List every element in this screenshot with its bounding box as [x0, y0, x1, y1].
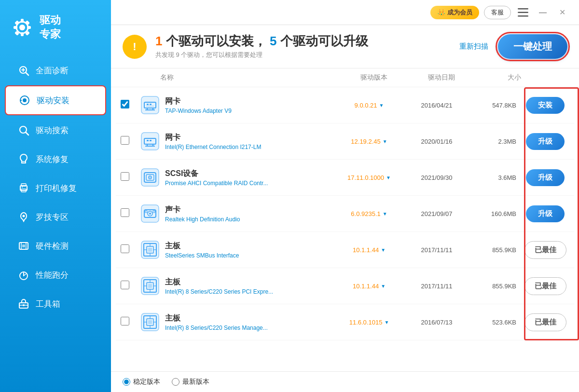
table-body: 网卡 TAP-Windows Adapter V9 9.0.0.21 ▼ 201…: [111, 87, 579, 371]
date-cell: 2021/09/30: [405, 174, 468, 181]
install-button-0[interactable]: 安装: [526, 97, 565, 114]
upgrade-button-1[interactable]: 升级: [526, 133, 565, 150]
table-row: 网卡 Intel(R) Ethernet Connection I217-LM …: [116, 123, 574, 160]
upgrade-button-2[interactable]: 升级: [526, 169, 565, 186]
row-checkbox-4[interactable]: [121, 244, 129, 253]
vip-button[interactable]: 👑 成为会员: [430, 6, 479, 19]
svg-rect-46: [147, 104, 149, 105]
device-info: 网卡 Intel(R) Ethernet Connection I217-LM: [165, 133, 333, 150]
device-icon-mb3: [140, 312, 160, 332]
best-button-5[interactable]: 已最佳: [524, 277, 566, 295]
sidebar: 驱动 专家 全面诊断: [0, 0, 111, 392]
stable-version-label[interactable]: 稳定版本: [123, 378, 160, 386]
row-checkbox-6[interactable]: [121, 317, 129, 325]
bottom-bar: 稳定版本 最新版本: [111, 371, 579, 392]
sidebar-item-label: 罗技专区: [36, 212, 69, 223]
row-checkbox-3[interactable]: [121, 208, 129, 217]
sidebar-item-logitech[interactable]: 罗技专区: [5, 203, 106, 231]
device-icon-scsi: [140, 167, 160, 188]
header-section: ! 1 个驱动可以安装， 5 个驱动可以升级 共发现 9 个驱动，您可以根据需要…: [111, 25, 579, 68]
sidebar-item-label: 驱动搜索: [36, 125, 69, 136]
version-cell: 9.0.0.21 ▼: [333, 102, 405, 109]
minimize-button[interactable]: —: [535, 6, 551, 19]
col-date: 驱动日期: [410, 73, 473, 82]
row-checkbox-2[interactable]: [121, 172, 129, 181]
svg-rect-3: [21, 32, 24, 36]
svg-point-1: [19, 25, 25, 30]
svg-rect-5: [27, 26, 31, 29]
sidebar-item-label: 全面诊断: [36, 65, 69, 76]
svg-point-60: [150, 177, 151, 178]
sidebar-item-printer[interactable]: 打印机修复: [5, 174, 106, 202]
logo: 驱动 专家: [0, 0, 111, 55]
hardware-icon: [16, 239, 31, 253]
table-row: SCSI设备 Promise AHCI Compatible RAID Cont…: [116, 160, 574, 196]
main-content: 👑 成为会员 客服 — ✕ ! 1 个驱动可以安装， 5: [111, 0, 579, 392]
table-row: 主板 SteelSeries SMBus Interface 10.1.1.44…: [116, 232, 574, 268]
svg-point-15: [23, 98, 27, 102]
sidebar-item-diagnosis[interactable]: 全面诊断: [5, 56, 106, 84]
sidebar-item-toolbox[interactable]: 工具箱: [5, 290, 106, 318]
sidebar-item-label: 打印机修复: [36, 183, 77, 194]
table-row: 主板 Intel(R) 8 Series/C220 Series Manage.…: [116, 304, 574, 340]
svg-rect-78: [148, 284, 152, 288]
sidebar-item-label: 性能跑分: [36, 270, 69, 281]
row-checkbox-cell[interactable]: [121, 172, 140, 183]
svg-rect-36: [23, 304, 25, 306]
table-header: 名称 驱动版本 驱动日期 大小: [111, 68, 579, 87]
svg-rect-2: [21, 19, 24, 23]
action-cell: 已最佳: [521, 241, 569, 259]
best-button-6[interactable]: 已最佳: [524, 313, 566, 331]
action-cell: 安装: [521, 97, 569, 114]
svg-point-25: [23, 215, 25, 217]
crown-icon: 👑: [437, 9, 445, 16]
date-cell: 2021/09/07: [405, 210, 468, 217]
size-cell: 547.8KB: [468, 102, 521, 109]
row-checkbox-0[interactable]: [121, 100, 129, 108]
device-icon-network2: [140, 131, 160, 151]
size-cell: 3.6MB: [468, 174, 521, 181]
table-row: 声卡 Realtek High Definition Audio 6.0.923…: [116, 196, 574, 232]
svg-rect-29: [22, 244, 25, 247]
svg-rect-55: [150, 140, 152, 141]
latest-version-label[interactable]: 最新版本: [172, 378, 209, 386]
sidebar-item-benchmark[interactable]: 性能跑分: [5, 261, 106, 289]
header-title-main: 1 个驱动可以安装， 5 个驱动可以升级: [155, 34, 459, 49]
logo-icon: [10, 15, 35, 40]
row-checkbox-5[interactable]: [121, 281, 129, 289]
col-name: 名称: [160, 73, 338, 82]
sidebar-item-search[interactable]: 驱动搜索: [5, 116, 106, 144]
best-button-4[interactable]: 已最佳: [524, 241, 566, 259]
stable-version-radio[interactable]: [123, 378, 130, 386]
size-cell: 160.6MB: [468, 210, 521, 217]
sidebar-item-repair[interactable]: 系统修复: [5, 145, 106, 173]
upgrade-button-3[interactable]: 升级: [526, 205, 565, 222]
header-title: 1 个驱动可以安装， 5 个驱动可以升级 共发现 9 个驱动，您可以根据需要处理: [155, 34, 459, 59]
install-count: 1: [155, 34, 162, 48]
logitech-icon: [16, 210, 31, 224]
svg-rect-54: [147, 140, 149, 141]
topbar: 👑 成为会员 客服 — ✕: [111, 0, 579, 25]
row-checkbox-cell[interactable]: [121, 136, 140, 147]
close-button[interactable]: ✕: [555, 6, 569, 19]
row-checkbox-cell[interactable]: [121, 317, 140, 327]
row-checkbox-cell[interactable]: [121, 100, 140, 110]
one-click-button[interactable]: 一键处理: [498, 34, 567, 59]
row-checkbox-cell[interactable]: [121, 281, 140, 291]
row-checkbox-1[interactable]: [121, 136, 129, 145]
upgrade-count: 5: [270, 34, 276, 48]
action-cell: 已最佳: [521, 313, 569, 331]
svg-rect-23: [21, 184, 26, 186]
table-row: 主板 Intel(R) 8 Series/C220 Series PCI Exp…: [116, 268, 574, 304]
rescan-button[interactable]: 重新扫描: [459, 42, 488, 51]
sidebar-item-hardware[interactable]: 硬件检测: [5, 232, 106, 260]
row-checkbox-cell[interactable]: [121, 244, 140, 255]
menu-button[interactable]: [516, 6, 530, 19]
date-cell: 2017/11/11: [405, 246, 468, 254]
sidebar-item-install[interactable]: 驱动安装: [5, 85, 106, 115]
device-info: 声卡 Realtek High Definition Audio: [165, 205, 333, 223]
row-checkbox-cell[interactable]: [121, 208, 140, 219]
device-info: SCSI设备 Promise AHCI Compatible RAID Cont…: [165, 169, 333, 187]
latest-version-radio[interactable]: [172, 378, 179, 386]
service-button[interactable]: 客服: [484, 6, 511, 19]
